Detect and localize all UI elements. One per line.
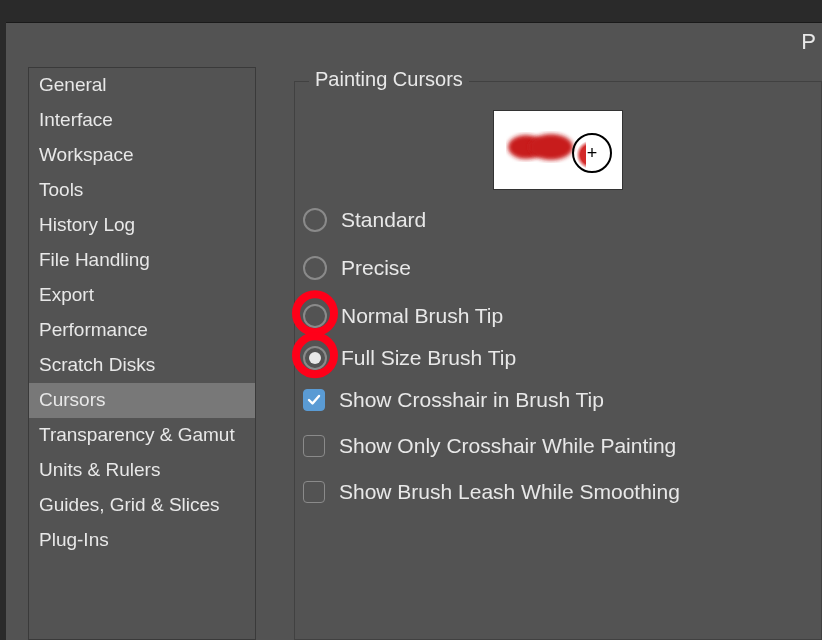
checkbox-row-show-only-crosshair-while-painting[interactable]: Show Only Crosshair While Painting	[295, 434, 821, 458]
sidebar-item-scratch-disks[interactable]: Scratch Disks	[29, 348, 255, 383]
radio-label: Full Size Brush Tip	[341, 346, 516, 370]
window-title-bar: P	[6, 23, 822, 61]
radio-row-standard[interactable]: Standard	[295, 208, 821, 232]
checkbox-row-show-crosshair-in-brush-tip[interactable]: Show Crosshair in Brush Tip	[295, 388, 821, 412]
checkbox-label: Show Crosshair in Brush Tip	[339, 388, 604, 412]
checkbox-row-show-brush-leash-while-smoothing[interactable]: Show Brush Leash While Smoothing	[295, 480, 821, 504]
sidebar-item-label: Workspace	[39, 144, 134, 165]
sidebar-item-workspace[interactable]: Workspace	[29, 138, 255, 173]
sidebar-item-label: Units & Rulers	[39, 459, 160, 480]
sidebar-item-performance[interactable]: Performance	[29, 313, 255, 348]
preferences-sidebar: GeneralInterfaceWorkspaceToolsHistory Lo…	[28, 67, 256, 640]
radio-label: Standard	[341, 208, 426, 232]
sidebar-item-file-handling[interactable]: File Handling	[29, 243, 255, 278]
sidebar-item-label: History Log	[39, 214, 135, 235]
sidebar-item-guides-grid-slices[interactable]: Guides, Grid & Slices	[29, 488, 255, 523]
painting-cursors-group: Painting Cursors	[294, 81, 822, 640]
checkbox-label: Show Brush Leash While Smoothing	[339, 480, 680, 504]
sidebar-item-label: Guides, Grid & Slices	[39, 494, 220, 515]
radio-button[interactable]	[303, 304, 327, 328]
sidebar-item-label: Interface	[39, 109, 113, 130]
brush-outline-icon: +	[572, 133, 612, 173]
sidebar-item-units-rulers[interactable]: Units & Rulers	[29, 453, 255, 488]
sidebar-item-cursors[interactable]: Cursors	[29, 383, 255, 418]
main-panel: Painting Cursors	[256, 61, 822, 640]
window-title-fragment: P	[801, 29, 816, 55]
checkbox[interactable]	[303, 481, 325, 503]
radio-row-precise[interactable]: Precise	[295, 256, 821, 280]
preferences-window: P GeneralInterfaceWorkspaceToolsHistory …	[6, 22, 822, 640]
sidebar-item-label: General	[39, 74, 107, 95]
checkbox-label: Show Only Crosshair While Painting	[339, 434, 676, 458]
radio-button[interactable]	[303, 256, 327, 280]
sidebar-item-label: Scratch Disks	[39, 354, 155, 375]
content-area: GeneralInterfaceWorkspaceToolsHistory Lo…	[6, 61, 822, 640]
sidebar-item-history-log[interactable]: History Log	[29, 208, 255, 243]
crosshair-icon: +	[587, 144, 598, 162]
radio-label: Normal Brush Tip	[341, 304, 503, 328]
radio-label: Precise	[341, 256, 411, 280]
sidebar-item-transparency-gamut[interactable]: Transparency & Gamut	[29, 418, 255, 453]
checkbox[interactable]	[303, 435, 325, 457]
group-title: Painting Cursors	[309, 68, 469, 91]
sidebar-item-label: Plug-Ins	[39, 529, 109, 550]
checkbox[interactable]	[303, 389, 325, 411]
sidebar-item-interface[interactable]: Interface	[29, 103, 255, 138]
radio-row-full-size-brush-tip[interactable]: Full Size Brush Tip	[295, 346, 821, 370]
sidebar-item-label: Tools	[39, 179, 83, 200]
sidebar-item-export[interactable]: Export	[29, 278, 255, 313]
check-icon	[307, 393, 321, 407]
sidebar-item-general[interactable]: General	[29, 68, 255, 103]
cursor-preview: +	[493, 110, 623, 190]
sidebar-item-plug-ins[interactable]: Plug-Ins	[29, 523, 255, 558]
radio-row-normal-brush-tip[interactable]: Normal Brush Tip	[295, 304, 821, 328]
sidebar-item-tools[interactable]: Tools	[29, 173, 255, 208]
sidebar-item-label: File Handling	[39, 249, 150, 270]
sidebar-item-label: Cursors	[39, 389, 106, 410]
radio-button[interactable]	[303, 208, 327, 232]
radio-button[interactable]	[303, 346, 327, 370]
sidebar-item-label: Performance	[39, 319, 148, 340]
sidebar-item-label: Transparency & Gamut	[39, 424, 235, 445]
sidebar-item-label: Export	[39, 284, 94, 305]
